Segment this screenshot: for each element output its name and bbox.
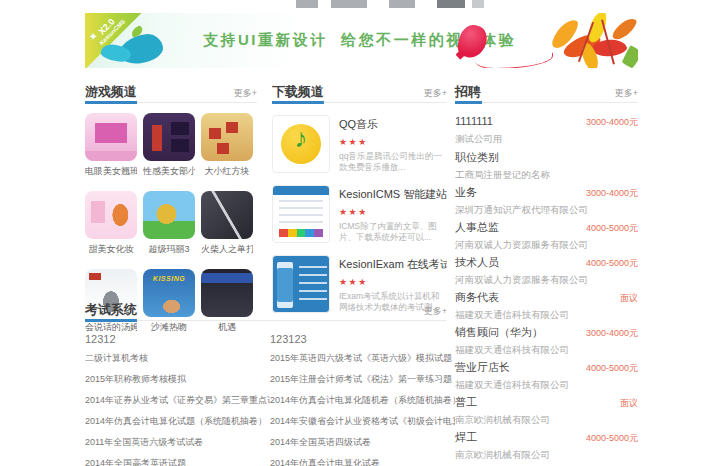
job-title[interactable]: 业务 [455, 185, 477, 200]
exam-column-header: 12312 [85, 333, 270, 345]
job-item: 普工面议 南京欧润机械有限公司 [455, 387, 638, 422]
job-item: 11111113000-4000元 测试公司用 [455, 107, 638, 142]
cropped-nav-fragment [331, 0, 367, 8]
job-company: 南京欧润机械有限公司 [455, 449, 638, 462]
cropped-nav-fragment [296, 0, 318, 8]
games-more-link[interactable]: 更多+ [234, 87, 257, 100]
game-name[interactable]: 电眼美女翘班 [85, 165, 137, 178]
download-info: QQ音乐 ★★★ qq音乐是腾讯公司推出的一款免费音乐播放... [339, 115, 447, 173]
download-title[interactable]: KesionICMS 智能建站系统 V3.0（免 [339, 187, 447, 202]
exam-link[interactable]: 二级计算机考核 [85, 348, 270, 369]
exam-link[interactable]: 2011年全国英语六级考试试卷 [85, 432, 270, 453]
download-item: KesionICMS 智能建站系统 V3.0（免 ★★★ ICMS除了内置的文章… [272, 185, 447, 243]
exam-link[interactable]: 2014年证券从业考试《证券交易》第三章重点试题 [85, 390, 270, 411]
qq-music-icon[interactable]: ♪ [272, 115, 330, 173]
download-title[interactable]: QQ音乐 [339, 117, 447, 132]
exam-columns: 12312 二级计算机考核 2015年职称教师考核模拟 2014年证券从业考试《… [85, 327, 447, 466]
job-title[interactable]: 商务代表 [455, 290, 499, 305]
job-item: 业务3000-4000元 深圳万通知识产权代理有限公司 [455, 177, 638, 212]
job-list: 11111113000-4000元 测试公司用 职位类别 工商局注册登记的名称 … [455, 107, 638, 457]
job-salary: 3000-4000元 [586, 187, 638, 200]
section-jobs: 招聘 更多+ 11111113000-4000元 测试公司用 职位类别 工商局注… [455, 82, 638, 457]
game-item: 火柴人之单打 [201, 191, 253, 256]
game-thumbnail[interactable] [201, 113, 253, 161]
music-note-icon: ♪ [273, 123, 329, 154]
job-item: 焊工4000-5000元 南京欧润机械有限公司 [455, 422, 638, 457]
game-name[interactable]: 性感美女部小 [143, 165, 195, 178]
game-thumbnail[interactable] [143, 113, 195, 161]
job-salary: 4000-5000元 [586, 222, 638, 235]
exams-header: 考试系统 更多+ [85, 300, 447, 321]
job-salary: 3000-4000元 [586, 327, 638, 340]
download-title[interactable]: KesionIExam 在线考试系统 V3.0（ [339, 257, 447, 272]
exams-title: 考试系统 [85, 302, 137, 317]
accent-underline [455, 101, 482, 104]
jobs-header: 招聘 更多+ [455, 82, 638, 103]
exam-link[interactable]: 2014年仿真会计电算化随机卷（系统随机抽卷） [270, 390, 455, 411]
downloads-title: 下载频道 [272, 84, 324, 99]
games-header: 游戏频道 更多+ [85, 82, 257, 103]
downloads-more-link[interactable]: 更多+ [424, 87, 447, 100]
download-description: qq音乐是腾讯公司推出的一款免费音乐播放... [339, 151, 447, 174]
game-thumbnail[interactable] [201, 191, 253, 239]
cropped-nav-fragment [472, 0, 484, 8]
job-item: 职位类别 工商局注册登记的名称 [455, 142, 638, 177]
game-name[interactable]: 火柴人之单打 [201, 243, 253, 256]
job-title[interactable]: 普工 [455, 395, 477, 410]
job-item: 人事总监4000-5000元 河南双诚人力资源服务有限公司 [455, 212, 638, 247]
exam-link[interactable]: 2014年全国高考英语试题 [85, 453, 270, 466]
game-item: 性感美女部小 [143, 113, 195, 178]
exam-link[interactable]: 2014年仿真会计电算化试卷 [270, 453, 455, 466]
jobs-title: 招聘 [455, 84, 481, 99]
job-title[interactable]: 销售顾问（华为） [455, 325, 543, 340]
game-name[interactable]: 大小红方块 [201, 165, 253, 178]
game-item: 甜美女化妆 [85, 191, 137, 256]
exam-column: 123123 2015年英语四六级考试《英语六级》模拟试题 2015年注册会计师… [270, 327, 455, 466]
job-item: 商务代表面议 福建双天通信科技有限公司 [455, 282, 638, 317]
job-title[interactable]: 营业厅店长 [455, 360, 510, 375]
download-info: KesionICMS 智能建站系统 V3.0（免 ★★★ ICMS除了内置的文章… [339, 185, 447, 243]
job-title[interactable]: 技术人员 [455, 255, 499, 270]
job-salary: 4000-5000元 [586, 362, 638, 375]
job-item: 销售顾问（华为）3000-4000元 福建双天通信科技有限公司 [455, 317, 638, 352]
game-item: 电眼美女翘班 [85, 113, 137, 178]
exam-link[interactable]: 2014年全国英语四级试卷 [270, 432, 455, 453]
games-title: 游戏频道 [85, 84, 137, 99]
game-name[interactable]: 超级玛丽3 [143, 243, 195, 256]
job-title[interactable]: 焊工 [455, 430, 477, 445]
game-name[interactable]: 甜美女化妆 [85, 243, 137, 256]
section-downloads: 下载频道 更多+ ♪ QQ音乐 ★★★ qq音乐是腾讯公司推出的一款免费音乐播放… [272, 82, 447, 313]
exam-link[interactable]: 2014年仿真会计电算化试题（系统随机抽卷） [85, 411, 270, 432]
exam-column: 12312 二级计算机考核 2015年职称教师考核模拟 2014年证券从业考试《… [85, 327, 270, 466]
game-thumbnail[interactable] [85, 113, 137, 161]
jobs-more-link[interactable]: 更多+ [615, 87, 638, 100]
accent-underline [85, 319, 137, 322]
accent-underline [85, 101, 137, 104]
sparkle-icon: ✦ [89, 31, 97, 42]
job-title[interactable]: 职位类别 [455, 150, 499, 165]
job-title[interactable]: 1111111 [455, 115, 493, 127]
exams-more-link[interactable]: 更多+ [424, 305, 447, 318]
exam-link[interactable]: 2015年注册会计师考试《税法》第一章练习题 [270, 369, 455, 390]
rating-stars: ★★★ [339, 277, 447, 287]
exam-link[interactable]: 2015年英语四六级考试《英语六级》模拟试题 [270, 348, 455, 369]
exam-link[interactable]: 2014年安徽省会计从业资格考试《初级会计电算化》 [270, 411, 455, 432]
accent-underline [272, 101, 324, 104]
page: X2.0 KesionCMS ✦ 支持UI重新设计 给您不一样的视觉体验 游戏频… [0, 0, 723, 466]
icms-screenshot-thumbnail[interactable] [272, 185, 330, 243]
game-item: 超级玛丽3 [143, 191, 195, 256]
rating-stars: ★★★ [339, 207, 447, 217]
job-salary: 3000-4000元 [586, 116, 638, 129]
download-description: ICMS除了内置的文章、图片、下载系统外还可以... [339, 221, 447, 244]
job-salary: 面议 [620, 292, 638, 305]
job-salary: 4000-5000元 [586, 432, 638, 445]
section-exams: 考试系统 更多+ 12312 二级计算机考核 2015年职称教师考核模拟 201… [85, 300, 447, 466]
game-thumbnail[interactable] [85, 191, 137, 239]
game-thumbnail[interactable] [143, 191, 195, 239]
cropped-nav-fragment [437, 0, 465, 8]
exam-link[interactable]: 2015年职称教师考核模拟 [85, 369, 270, 390]
job-item: 技术人员4000-5000元 河南双诚人力资源服务有限公司 [455, 247, 638, 282]
section-games: 游戏频道 更多+ 电眼美女翘班 性感美女部小 大小红方块 [85, 82, 257, 334]
promo-banner[interactable]: X2.0 KesionCMS ✦ 支持UI重新设计 给您不一样的视觉体验 [85, 13, 638, 68]
job-title[interactable]: 人事总监 [455, 220, 499, 235]
